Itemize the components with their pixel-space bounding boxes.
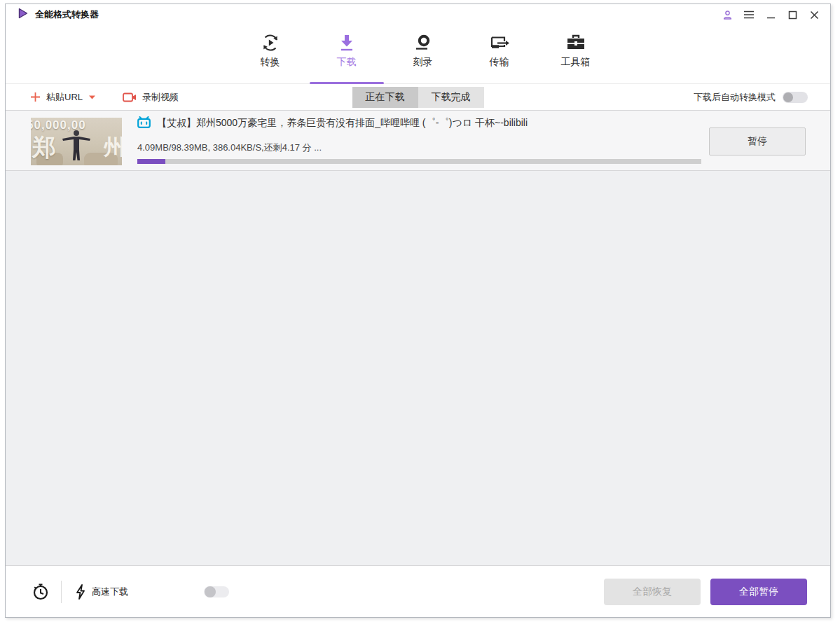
tab-transfer[interactable]: 传输 <box>462 25 537 83</box>
record-video-button[interactable]: 录制视频 <box>123 91 179 104</box>
nav-label: 工具箱 <box>561 56 591 69</box>
toolbox-icon <box>565 32 586 54</box>
download-list-area <box>6 171 830 565</box>
record-video-label: 录制视频 <box>142 91 179 104</box>
camera-icon <box>123 92 137 102</box>
menu-icon[interactable] <box>741 7 757 22</box>
progress-fill <box>137 159 165 164</box>
transfer-icon <box>489 32 510 54</box>
download-progress-text: 4.09MB/98.39MB, 386.04KB/S,还剩4.17 分 ... <box>137 141 706 154</box>
pause-all-button[interactable]: 全部暂停 <box>710 579 807 605</box>
tab-download[interactable]: 下载 <box>310 25 384 83</box>
convert-icon <box>261 32 280 54</box>
divider <box>61 581 62 603</box>
download-icon <box>338 32 356 54</box>
schedule-icon[interactable] <box>32 582 50 601</box>
main-nav: 转换 下载 刻录 传输 <box>6 25 830 84</box>
thumbnail-caption: 50,000,00 <box>31 118 122 132</box>
auto-convert-toggle[interactable] <box>783 92 808 103</box>
lightning-icon <box>76 584 85 600</box>
tab-burn[interactable]: 刻录 <box>386 25 460 83</box>
paste-url-label: 粘贴URL <box>46 91 83 104</box>
thumbnail-figure <box>61 129 92 164</box>
nav-label: 传输 <box>490 56 509 69</box>
plus-icon <box>30 92 41 102</box>
bilibili-icon <box>137 116 151 131</box>
burn-disc-icon <box>413 32 433 54</box>
tab-download-complete[interactable]: 下载完成 <box>418 87 484 108</box>
download-item-row: 50,000,00 郑 州 【艾叔】郑州5000万豪宅里，养条巨贵有没有排面_哔… <box>6 111 830 171</box>
download-toolbar: 粘贴URL 录制视频 正在下载 下载完成 下载后自动转换模式 <box>6 84 830 111</box>
high-speed-toggle[interactable] <box>204 586 229 597</box>
nav-label: 刻录 <box>413 56 433 69</box>
download-title: 【艾叔】郑州5000万豪宅里，养条巨贵有没有排面_哔哩哔哩 (゜-゜)つロ 干杯… <box>157 117 528 130</box>
app-title: 全能格式转换器 <box>35 8 99 21</box>
progress-bar <box>137 159 701 164</box>
tab-downloading[interactable]: 正在下载 <box>352 87 418 108</box>
thumbnail-caption: 州 <box>104 133 122 162</box>
auto-convert-label: 下载后自动转换模式 <box>694 91 776 104</box>
app-window: 全能格式转换器 转换 <box>5 4 831 618</box>
caret-down-icon <box>88 95 96 100</box>
toggle-knob <box>205 586 216 597</box>
close-button[interactable] <box>806 7 822 22</box>
footer-bar: 高速下载 全部恢复 全部暂停 <box>6 565 830 617</box>
resume-all-button[interactable]: 全部恢复 <box>604 579 701 605</box>
minimize-button[interactable] <box>763 7 778 22</box>
tab-toolbox[interactable]: 工具箱 <box>539 25 613 83</box>
account-icon[interactable] <box>719 7 735 22</box>
paste-url-button[interactable]: 粘贴URL <box>30 91 96 104</box>
pause-button[interactable]: 暂停 <box>709 127 806 156</box>
nav-label: 转换 <box>261 56 280 69</box>
app-logo-icon <box>18 8 29 22</box>
tab-convert[interactable]: 转换 <box>233 25 308 83</box>
thumbnail-caption: 郑 <box>32 132 56 164</box>
video-thumbnail: 50,000,00 郑 州 <box>31 118 122 165</box>
high-speed-label: 高速下载 <box>92 586 128 598</box>
toggle-knob <box>783 92 793 102</box>
nav-label: 下载 <box>337 56 357 69</box>
title-bar: 全能格式转换器 <box>6 4 830 25</box>
download-filter-tabs: 正在下载 下载完成 <box>352 87 484 108</box>
maximize-button[interactable] <box>785 7 800 22</box>
